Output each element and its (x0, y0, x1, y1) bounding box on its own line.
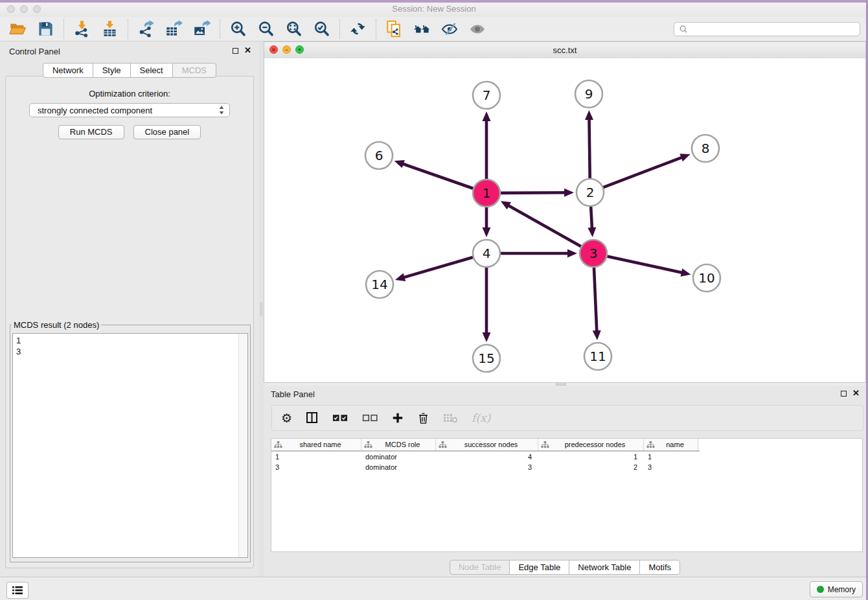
graph-edge-1-6[interactable] (394, 160, 475, 189)
network-window-titlebar[interactable]: × − + scc.txt (264, 42, 865, 59)
tab-node-table[interactable]: Node Table (450, 560, 510, 575)
cell-predecessor-nodes[interactable]: 2 (538, 463, 644, 471)
zoom-out-icon[interactable] (257, 20, 275, 38)
graph-node-4[interactable]: 4 (473, 240, 500, 267)
export-table-icon[interactable] (165, 20, 183, 38)
apply-layout-icon[interactable] (349, 20, 367, 38)
open-file-icon[interactable] (9, 20, 27, 38)
graph-node-6[interactable]: 6 (365, 142, 393, 169)
splitter-grip[interactable] (260, 302, 263, 316)
graph-node-2[interactable]: 2 (577, 179, 604, 206)
graph-node-3[interactable]: 3 (580, 240, 607, 267)
close-panel-button[interactable]: Close panel (133, 125, 201, 139)
app-title: Session: New Session (0, 4, 868, 14)
graph-node-10[interactable]: 10 (693, 264, 720, 292)
zoom-selected-icon[interactable] (313, 20, 330, 38)
graph-node-8[interactable]: 8 (692, 135, 719, 162)
cell-shared-name[interactable]: 1 (271, 453, 361, 461)
column-header-mcds-role[interactable]: MCDS role (361, 439, 436, 450)
zoom-fit-icon[interactable] (285, 20, 303, 38)
first-neighbors-icon[interactable] (413, 20, 431, 38)
cell-name[interactable]: 1 (644, 453, 698, 461)
add-column-icon[interactable] (392, 411, 404, 424)
float-table-panel-icon[interactable] (841, 391, 847, 397)
import-table-icon[interactable] (101, 20, 119, 38)
graph-edge-3-1[interactable] (501, 201, 583, 247)
graph-node-7[interactable]: 7 (473, 82, 500, 109)
column-header-predecessor-nodes[interactable]: predecessor nodes (538, 439, 644, 450)
column-header-successor-nodes[interactable]: successor nodes (436, 439, 538, 450)
unselect-all-columns-icon[interactable] (362, 411, 378, 424)
tab-style[interactable]: Style (93, 63, 131, 78)
close-panel-icon[interactable]: ✕ (244, 47, 251, 54)
export-image-icon[interactable] (193, 20, 211, 38)
close-table-panel-icon[interactable]: ✕ (852, 390, 860, 397)
control-panel-title: Control Panel (9, 47, 60, 56)
graph-edge-2-3[interactable] (588, 205, 596, 237)
graph-edge-4-15[interactable] (483, 266, 491, 342)
graph-node-11[interactable]: 11 (584, 343, 611, 370)
vertical-splitter[interactable] (259, 41, 264, 577)
table-row[interactable]: 1dominator411 (271, 452, 862, 462)
svg-text:6: 6 (375, 148, 383, 163)
search-input[interactable] (688, 25, 860, 34)
graph-edge-3-10[interactable] (606, 256, 691, 277)
network-canvas[interactable]: 7968124314101511 (264, 58, 865, 382)
cell-mcds-role[interactable]: dominator (361, 453, 436, 461)
import-network-icon[interactable] (73, 20, 91, 38)
result-scrollbar[interactable] (238, 334, 247, 557)
float-panel-icon[interactable] (233, 48, 238, 54)
search-field[interactable] (674, 22, 860, 36)
column-header-name[interactable]: name (644, 439, 698, 450)
hide-selected-icon[interactable] (441, 20, 459, 38)
optimization-criterion-label: Optimization criterion: (6, 89, 253, 98)
tab-edge-table[interactable]: Edge Table (509, 560, 569, 575)
graph-edge-1-7[interactable] (483, 111, 491, 181)
graph-edge-2-9[interactable] (585, 110, 593, 180)
memory-button[interactable]: Memory (810, 581, 863, 597)
cell-mcds-role[interactable]: dominator (361, 463, 436, 471)
graph-edge-4-14[interactable] (395, 257, 475, 281)
graph-node-15[interactable]: 15 (473, 345, 500, 372)
show-all-icon[interactable] (469, 20, 486, 38)
cell-successor-nodes[interactable]: 4 (436, 453, 538, 461)
table-row[interactable]: 3dominator323 (271, 462, 862, 472)
zoom-in-icon[interactable] (229, 20, 247, 38)
task-history-button[interactable] (6, 582, 29, 599)
column-browser-icon[interactable] (306, 411, 319, 424)
tab-mcds[interactable]: MCDS (172, 63, 216, 78)
export-network-icon[interactable] (137, 20, 155, 38)
run-mcds-button[interactable]: Run MCDS (58, 125, 124, 139)
delete-table-icon (443, 411, 458, 424)
clone-network-icon[interactable] (385, 20, 403, 38)
cell-predecessor-nodes[interactable]: 1 (538, 453, 644, 461)
graph-node-14[interactable]: 14 (366, 271, 393, 298)
mcds-result-list[interactable]: 13 (12, 333, 248, 558)
graph-node-1[interactable]: 1 (473, 179, 500, 207)
tab-select[interactable]: Select (130, 63, 173, 78)
select-all-columns-icon[interactable] (332, 411, 348, 424)
mcds-result-title: MCDS result (2 nodes) (12, 320, 101, 330)
cell-successor-nodes[interactable]: 3 (436, 463, 538, 471)
delete-column-icon[interactable] (417, 411, 429, 424)
memory-label: Memory (828, 585, 856, 594)
svg-text:3: 3 (589, 246, 598, 261)
graph-edge-2-8[interactable] (602, 154, 691, 188)
table-settings-icon[interactable]: ⚙ (281, 412, 292, 424)
function-builder-icon: f(x) (472, 411, 490, 424)
cell-name[interactable]: 3 (644, 463, 698, 471)
save-session-icon[interactable] (37, 20, 54, 38)
graph-edge-1-4[interactable] (483, 205, 491, 237)
tab-motifs[interactable]: Motifs (639, 560, 680, 575)
column-header-shared-name[interactable]: shared name (271, 439, 361, 450)
graph-edge-1-2[interactable] (499, 189, 574, 197)
graph-node-9[interactable]: 9 (575, 80, 602, 108)
optimization-criterion-select[interactable]: strongly connected component (29, 103, 230, 117)
tab-network-table[interactable]: Network Table (569, 560, 640, 575)
cell-shared-name[interactable]: 3 (271, 463, 361, 471)
tab-network[interactable]: Network (43, 63, 93, 78)
table-panel-title: Table Panel (271, 389, 315, 399)
graph-edge-3-11[interactable] (593, 266, 601, 340)
graph-edge-4-3[interactable] (499, 249, 577, 258)
control-panel-tabs: NetworkStyleSelectMCDS (0, 63, 259, 78)
